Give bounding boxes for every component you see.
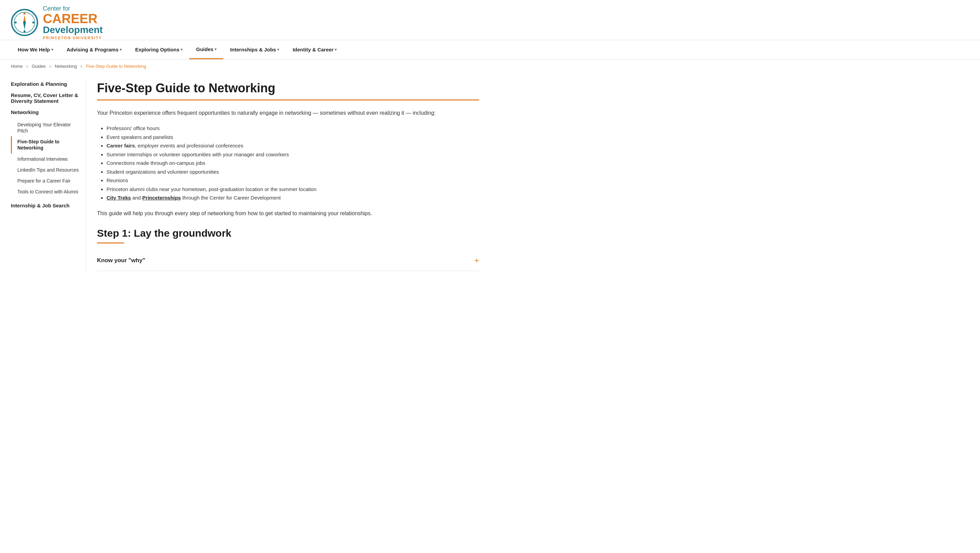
svg-point-2 xyxy=(24,13,25,14)
breadcrumb-networking[interactable]: Networking xyxy=(55,64,77,69)
step1-title: Step 1: Lay the groundwork xyxy=(97,228,479,239)
logo-center-for: Center for xyxy=(43,5,103,12)
sidebar-sub-five-step[interactable]: Five-Step Guide to Networking xyxy=(11,136,79,153)
title-divider xyxy=(97,99,479,100)
svg-point-5 xyxy=(32,21,34,24)
nav-item-how-we-help[interactable]: How We Help ▾ xyxy=(11,40,60,59)
sidebar-sub-career-fair[interactable]: Prepare for a Career Fair xyxy=(11,175,79,186)
accordion-header-why[interactable]: Know your "why" + xyxy=(97,250,479,271)
nav-item-internships[interactable]: Internships & Jobs ▾ xyxy=(223,40,286,59)
breadcrumb-home[interactable]: Home xyxy=(11,64,23,69)
list-item: Professors' office hours xyxy=(107,124,479,133)
networking-opportunities-list: Professors' office hours Event speakers … xyxy=(97,124,479,202)
sidebar-sub-elevator-pitch[interactable]: Developing Your Elevator Pitch xyxy=(11,119,79,136)
breadcrumb: Home » Guides » Networking » Five-Step G… xyxy=(0,60,980,73)
nav-item-guides[interactable]: Guides ▾ xyxy=(189,40,223,59)
city-treks-link[interactable]: City Treks xyxy=(107,195,131,201)
site-header: Center for CAREER Development PRINCETON … xyxy=(0,0,980,40)
accordion-title-why: Know your "why" xyxy=(97,257,145,264)
intro-text: Your Princeton experience offers frequen… xyxy=(97,108,479,118)
breadcrumb-current: Five-Step Guide to Networking xyxy=(86,64,146,69)
svg-point-4 xyxy=(14,21,17,24)
list-item: Career fairs, employer events and profes… xyxy=(107,141,479,150)
step1-divider xyxy=(97,242,124,244)
accordion-item-why: Know your "why" + xyxy=(97,250,479,271)
sidebar-sub-linkedin[interactable]: LinkedIn Tips and Resources xyxy=(11,164,79,175)
chevron-down-icon: ▾ xyxy=(51,48,53,51)
svg-point-3 xyxy=(24,30,25,32)
list-item: Connections made through on-campus jobs xyxy=(107,159,479,167)
list-item: Event speakers and panelists xyxy=(107,133,479,142)
chevron-down-icon: ▾ xyxy=(215,47,216,51)
closing-text: This guide will help you through every s… xyxy=(97,209,479,218)
logo-development: Development xyxy=(43,25,103,35)
sidebar: Exploration & Planning Resume, CV, Cover… xyxy=(11,81,86,271)
nav-item-exploring[interactable]: Exploring Options ▾ xyxy=(128,40,189,59)
logo-princeton: PRINCETON UNIVERSITY xyxy=(43,36,103,40)
main-content: Five-Step Guide to Networking Your Princ… xyxy=(86,81,479,271)
list-item: Reunions xyxy=(107,176,479,185)
sidebar-sub-alumni[interactable]: Tools to Connect with Alumni xyxy=(11,186,79,197)
list-item: Summer internships or volunteer opportun… xyxy=(107,150,479,159)
chevron-down-icon: ▾ xyxy=(277,48,279,51)
chevron-down-icon: ▾ xyxy=(181,48,182,51)
sidebar-item-networking[interactable]: Networking xyxy=(11,109,79,115)
sidebar-sub-informational[interactable]: Informational Interviews xyxy=(11,154,79,164)
page-title: Five-Step Guide to Networking xyxy=(97,81,479,96)
page-layout: Exploration & Planning Resume, CV, Cover… xyxy=(0,73,490,279)
princeternships-link[interactable]: Princeternships xyxy=(142,195,181,201)
sidebar-item-internship[interactable]: Internship & Job Search xyxy=(11,202,79,209)
accordion-plus-icon: + xyxy=(474,257,479,265)
svg-point-8 xyxy=(23,21,26,24)
logo-text: Center for CAREER Development PRINCETON … xyxy=(43,5,103,40)
list-item: Student organizations and volunteer oppo… xyxy=(107,167,479,176)
list-item: City Treks and Princeternships through t… xyxy=(107,193,479,202)
nav-item-advising[interactable]: Advising & Programs ▾ xyxy=(60,40,129,59)
breadcrumb-guides[interactable]: Guides xyxy=(32,64,46,69)
sidebar-item-exploration[interactable]: Exploration & Planning xyxy=(11,81,79,87)
logo-icon xyxy=(11,9,38,36)
logo-area: Center for CAREER Development PRINCETON … xyxy=(11,5,103,40)
chevron-down-icon: ▾ xyxy=(120,48,121,51)
logo-career: CAREER xyxy=(43,12,103,25)
top-nav: How We Help ▾ Advising & Programs ▾ Expl… xyxy=(0,40,980,60)
sidebar-item-resume[interactable]: Resume, CV, Cover Letter & Diversity Sta… xyxy=(11,92,79,104)
list-item: Princeton alumni clubs near your hometow… xyxy=(107,185,479,194)
nav-item-identity[interactable]: Identity & Career ▾ xyxy=(286,40,343,59)
chevron-down-icon: ▾ xyxy=(335,48,337,51)
